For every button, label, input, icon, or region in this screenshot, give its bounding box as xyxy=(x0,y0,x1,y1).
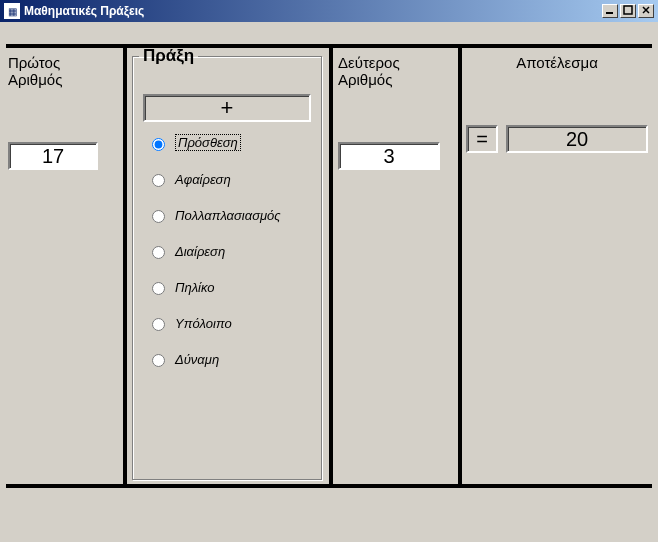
second-number-section: Δεύτερος Αριθμός 3 xyxy=(338,50,454,170)
operation-radio-label-5: Υπόλοιπο xyxy=(175,316,232,331)
operation-symbol-display: + xyxy=(143,94,311,122)
operation-radio-3[interactable]: Διαίρεση xyxy=(147,243,317,259)
second-number-input[interactable]: 3 xyxy=(338,142,440,170)
first-number-label: Πρώτος Αριθμός xyxy=(8,54,118,88)
operation-radio-input-6[interactable] xyxy=(152,354,165,367)
operation-radio-label-2: Πολλαπλασιασμός xyxy=(175,208,281,223)
operation-radio-input-0[interactable] xyxy=(152,138,165,151)
maximize-button[interactable] xyxy=(620,4,636,18)
operation-radio-1[interactable]: Αφαίρεση xyxy=(147,171,317,187)
operation-radio-0[interactable]: Πρόσθεση xyxy=(147,134,317,151)
app-icon: ▦ xyxy=(4,3,20,19)
first-number-section: Πρώτος Αριθμός 17 xyxy=(8,50,118,170)
client-area: Πρώτος Αριθμός 17 Πράξη + ΠρόσθεσηΑφαίρε… xyxy=(0,22,658,542)
close-button[interactable] xyxy=(638,4,654,18)
operation-radio-label-3: Διαίρεση xyxy=(175,244,225,259)
operation-radio-2[interactable]: Πολλαπλασιασμός xyxy=(147,207,317,223)
result-display: 20 xyxy=(506,125,648,153)
result-label: Αποτέλεσμα xyxy=(466,54,648,71)
divider-v1 xyxy=(123,46,127,486)
result-section: Αποτέλεσμα = 20 xyxy=(466,50,648,153)
minimize-button[interactable] xyxy=(602,4,618,18)
operation-radio-label-4: Πηλίκο xyxy=(175,280,215,295)
operation-radio-label-6: Δύναμη xyxy=(175,352,219,367)
svg-rect-1 xyxy=(624,6,632,14)
svg-rect-0 xyxy=(606,12,613,14)
operation-radio-input-5[interactable] xyxy=(152,318,165,331)
operation-radio-input-1[interactable] xyxy=(152,174,165,187)
operation-radio-input-4[interactable] xyxy=(152,282,165,295)
equals-display: = xyxy=(466,125,498,153)
operation-radio-label-0: Πρόσθεση xyxy=(175,134,241,151)
operation-radio-6[interactable]: Δύναμη xyxy=(147,351,317,367)
operation-radio-5[interactable]: Υπόλοιπο xyxy=(147,315,317,331)
operation-group: Πράξη + ΠρόσθεσηΑφαίρεσηΠολλαπλασιασμόςΔ… xyxy=(132,46,322,480)
divider-v2 xyxy=(329,46,333,486)
title-bar: ▦ Μαθηματικές Πράξεις xyxy=(0,0,658,22)
operation-legend: Πράξη xyxy=(139,46,198,66)
first-number-input[interactable]: 17 xyxy=(8,142,98,170)
operation-radio-input-3[interactable] xyxy=(152,246,165,259)
second-number-label: Δεύτερος Αριθμός xyxy=(338,54,454,88)
operation-radio-4[interactable]: Πηλίκο xyxy=(147,279,317,295)
operation-radio-label-1: Αφαίρεση xyxy=(175,172,231,187)
operation-radio-input-2[interactable] xyxy=(152,210,165,223)
window-title: Μαθηματικές Πράξεις xyxy=(24,4,602,18)
divider-v3 xyxy=(458,46,462,486)
